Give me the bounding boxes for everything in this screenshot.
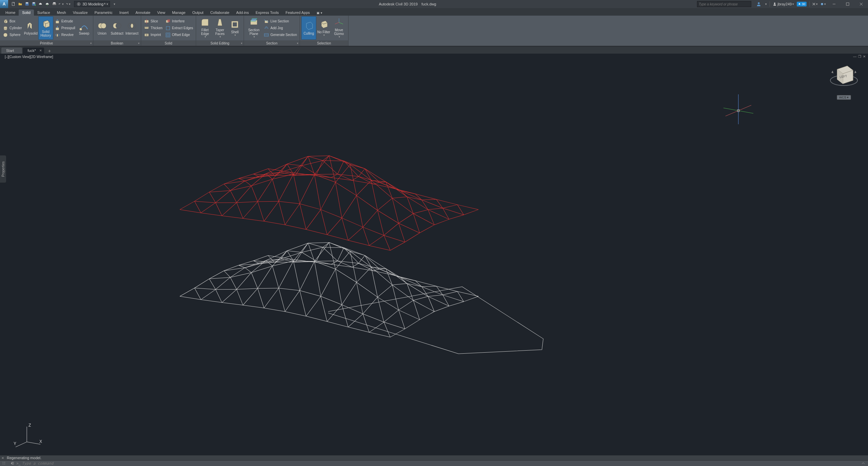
new-tab-icon[interactable]: +	[45, 48, 54, 54]
subtract-button[interactable]: Subtract	[110, 16, 125, 40]
redo-icon[interactable]: ▾	[65, 1, 71, 7]
undo-icon[interactable]: ▾	[58, 1, 64, 7]
ribbon-tab-solid[interactable]: Solid	[19, 10, 34, 16]
signin-drop-icon[interactable]: ▾	[764, 1, 767, 7]
ribbon-tab-express-tools[interactable]: Express Tools	[252, 10, 282, 16]
taper-faces-button[interactable]: Taper Faces	[212, 16, 227, 40]
saveas-icon[interactable]	[31, 1, 37, 7]
union-button[interactable]: Union	[95, 16, 110, 40]
cmd-handle-icon[interactable]	[1, 461, 7, 466]
ribbon-tab-visualize[interactable]: Visualize	[70, 10, 91, 16]
sweep-button[interactable]: Sweep	[77, 16, 92, 40]
revolve-button[interactable]: Revolve	[53, 32, 77, 38]
help-icon[interactable]: ?▾	[820, 1, 826, 7]
wcs-label[interactable]: WCS ▾	[837, 95, 851, 100]
app-logo[interactable]: A	[0, 0, 8, 8]
ribbon-minimize-icon[interactable]: ▣ ▾	[313, 10, 326, 16]
vp-close-icon[interactable]: ✕	[862, 54, 867, 58]
live-section-button[interactable]: Live Section	[262, 18, 298, 25]
viewcube[interactable]: LEFT WCS ▾	[829, 62, 859, 100]
new-icon[interactable]	[11, 1, 16, 7]
workspace-dropdown[interactable]: 3D Modeling	[74, 1, 110, 7]
ribbon-tab-surface[interactable]: Surface	[34, 10, 54, 16]
cmd-expand-icon[interactable]	[861, 461, 866, 466]
ribbon-tab-annotate[interactable]: Annotate	[132, 10, 154, 16]
drawing-canvas[interactable]	[0, 54, 868, 455]
shell-button[interactable]: Shell	[227, 16, 242, 40]
ribbon-tab-collaborate[interactable]: Collaborate	[207, 10, 233, 16]
ribbon-tab-mesh[interactable]: Mesh	[54, 10, 70, 16]
ribbon-tab-manage[interactable]: Manage	[169, 10, 189, 16]
extract-edges-button[interactable]: Extract Edges	[164, 25, 194, 32]
search-input[interactable]	[697, 1, 751, 7]
svg-line-294	[457, 292, 464, 302]
panel-solid-editing-title[interactable]: Solid Editing	[196, 40, 244, 46]
no-filter-button[interactable]: No Filter	[316, 16, 331, 40]
interfere-button[interactable]: Interfere	[164, 18, 194, 25]
svg-line-424	[201, 290, 215, 300]
panel-primitive-title[interactable]: Primitive	[0, 40, 93, 46]
svg-line-194	[194, 192, 209, 201]
panel-boolean-title[interactable]: Boolean	[93, 40, 141, 46]
exchange-icon[interactable]: ▾	[812, 1, 818, 7]
ribbon-tab-home[interactable]: Home	[2, 10, 19, 16]
svg-line-250	[363, 227, 369, 245]
ribbon-tab-add-ins[interactable]: Add-ins	[233, 10, 252, 16]
viewport[interactable]: [–][Custom View][2D Wireframe] — ❐ ✕ Pro…	[0, 54, 868, 455]
move-gizmo-button[interactable]: Move Gizmo	[331, 16, 347, 40]
svg-line-118	[380, 182, 401, 191]
ribbon-tab-featured-apps[interactable]: Featured Apps	[282, 10, 314, 16]
viewport-controls[interactable]: [–][Custom View][2D Wireframe]	[5, 55, 53, 59]
svg-line-228	[201, 203, 215, 213]
intersect-button[interactable]: Intersect	[125, 16, 139, 40]
save-icon[interactable]	[24, 1, 30, 7]
file-tab-start[interactable]: Start	[1, 48, 22, 54]
svg-line-393	[215, 277, 230, 290]
ribbon-tab-insert[interactable]: Insert	[116, 10, 132, 16]
offset-edge-button[interactable]: Offset Edge	[164, 32, 194, 38]
user-label[interactable]: jbray249▾	[773, 2, 794, 6]
notification-badge[interactable]: 30	[797, 2, 807, 6]
fillet-edge-button[interactable]: Fillet Edge	[197, 16, 212, 40]
ribbon-tab-output[interactable]: Output	[189, 10, 207, 16]
add-jog-button[interactable]: Add Jog	[262, 25, 298, 32]
properties-palette-tab[interactable]: Properties	[0, 155, 6, 183]
cmd-close-icon[interactable]: ✕	[1, 456, 4, 460]
signin-icon[interactable]	[756, 1, 761, 7]
presspull-button[interactable]: Presspull	[53, 25, 77, 32]
box-button[interactable]: Box	[1, 18, 23, 25]
window-close[interactable]	[854, 0, 868, 8]
window-minimize[interactable]	[827, 0, 841, 8]
vp-minimize-icon[interactable]: —	[852, 54, 857, 58]
cmd-recent-icon[interactable]	[10, 461, 15, 466]
svg-line-386	[399, 300, 413, 310]
solid-history-button[interactable]: Solid History	[38, 16, 53, 40]
surface-mesh-white[interactable]	[180, 242, 478, 337]
surface-mesh-red[interactable]	[180, 156, 478, 250]
extrude-button[interactable]: Extrude	[53, 18, 77, 25]
open-icon[interactable]	[18, 1, 23, 7]
cloud-open-icon[interactable]	[38, 1, 43, 7]
base-outline[interactable]	[328, 287, 543, 354]
section-plane-button[interactable]: Section Plane	[245, 16, 262, 40]
sphere-button[interactable]: Sphere	[1, 32, 23, 38]
generate-section-button[interactable]: Generate Section	[262, 32, 298, 38]
cylinder-button[interactable]: Cylinder	[1, 25, 23, 32]
cloud-save-icon[interactable]	[45, 1, 50, 7]
plot-icon[interactable]	[52, 1, 57, 7]
imprint-button[interactable]: Imprint	[143, 32, 164, 38]
thicken-button[interactable]: Thicken	[143, 25, 164, 32]
close-tab-icon[interactable]: ✕	[39, 49, 42, 52]
qat-more-icon[interactable]: ▾	[112, 1, 117, 7]
ribbon-tab-parametric[interactable]: Parametric	[91, 10, 116, 16]
culling-button[interactable]: Culling	[301, 16, 316, 40]
command-input[interactable]	[22, 461, 859, 466]
svg-text:Z: Z	[29, 423, 31, 428]
ribbon-tab-view[interactable]: View	[154, 10, 169, 16]
panel-section-title[interactable]: Section	[244, 40, 300, 46]
window-maximize[interactable]	[841, 0, 854, 8]
file-tab-doc[interactable]: fuck*✕	[23, 48, 44, 54]
slice-button[interactable]: Slice	[143, 18, 164, 25]
vp-restore-icon[interactable]: ❐	[857, 54, 862, 58]
polysolid-button[interactable]: Polysolid	[23, 16, 38, 40]
